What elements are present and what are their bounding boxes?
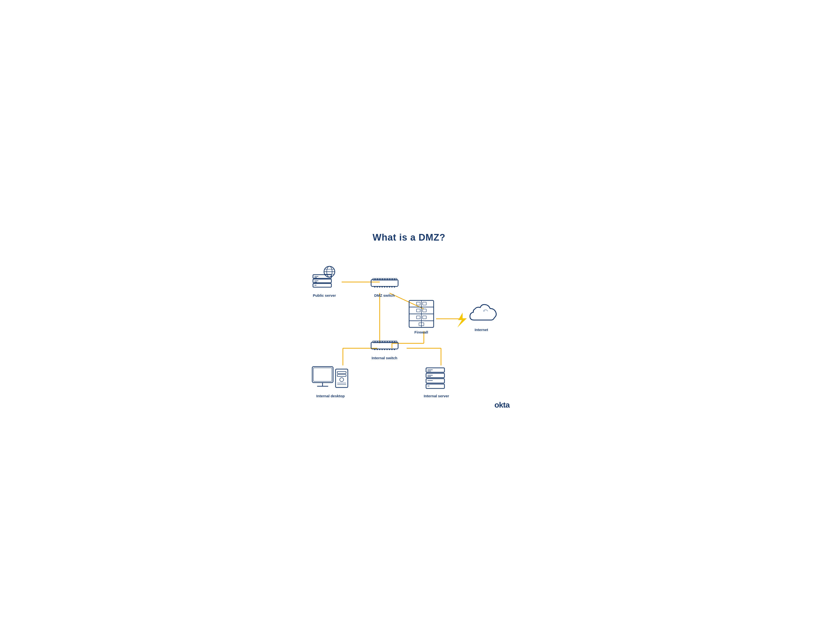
svg-point-41 (386, 286, 388, 287)
svg-rect-57 (416, 316, 420, 319)
svg-rect-54 (423, 302, 426, 305)
svg-point-78 (389, 349, 390, 350)
internet-label: Internet (474, 328, 488, 332)
svg-point-88 (340, 378, 344, 382)
internal-switch-icon (370, 340, 399, 354)
internal-server-icon (424, 365, 449, 393)
okta-logo: okta (494, 400, 510, 409)
diagram-container: What is a DMZ? (299, 227, 519, 417)
svg-point-39 (381, 286, 383, 287)
svg-rect-55 (416, 309, 420, 312)
svg-rect-86 (337, 371, 346, 374)
dmz-switch-node: DMZ switch (370, 277, 399, 297)
firewall-label: Firewall (414, 330, 428, 334)
svg-point-80 (394, 349, 395, 350)
svg-point-37 (376, 286, 378, 287)
internal-switch-node: Internal switch (370, 340, 399, 360)
svg-point-79 (391, 349, 393, 350)
svg-point-77 (386, 349, 388, 350)
internal-server-node: Internal server (424, 365, 449, 398)
public-server-node: Public server (311, 265, 338, 297)
svg-point-43 (391, 286, 393, 287)
svg-rect-25 (371, 279, 398, 287)
svg-point-72 (374, 349, 375, 350)
svg-rect-58 (423, 316, 426, 319)
svg-point-38 (379, 286, 380, 287)
cloud-icon (465, 302, 497, 326)
internal-switch-label: Internal switch (371, 356, 397, 360)
svg-rect-81 (312, 366, 333, 383)
internet-node: Internet (465, 302, 497, 332)
svg-point-75 (381, 349, 383, 350)
svg-point-73 (376, 349, 378, 350)
page-title: What is a DMZ? (304, 232, 514, 243)
canvas: Public server (304, 250, 514, 412)
internal-desktop-label: Internal desktop (316, 394, 345, 398)
svg-rect-53 (416, 302, 420, 305)
svg-rect-61 (371, 342, 398, 349)
public-server-label: Public server (313, 293, 336, 297)
firewall-node: Firewall (407, 299, 436, 334)
svg-point-76 (384, 349, 385, 350)
dmz-switch-label: DMZ switch (374, 293, 394, 297)
public-server-icon (311, 265, 338, 292)
svg-point-44 (394, 286, 395, 287)
internal-desktop-node: Internal desktop (311, 365, 350, 398)
dmz-switch-icon (370, 277, 399, 292)
desktop-icon (311, 365, 350, 393)
svg-point-40 (384, 286, 385, 287)
svg-point-42 (389, 286, 390, 287)
internal-server-label: Internal server (424, 394, 449, 398)
svg-point-74 (379, 349, 380, 350)
svg-rect-87 (337, 374, 346, 376)
firewall-icon (407, 299, 436, 329)
svg-rect-82 (313, 368, 332, 381)
svg-rect-56 (423, 309, 426, 312)
svg-point-36 (374, 286, 375, 287)
svg-point-60 (483, 310, 485, 312)
